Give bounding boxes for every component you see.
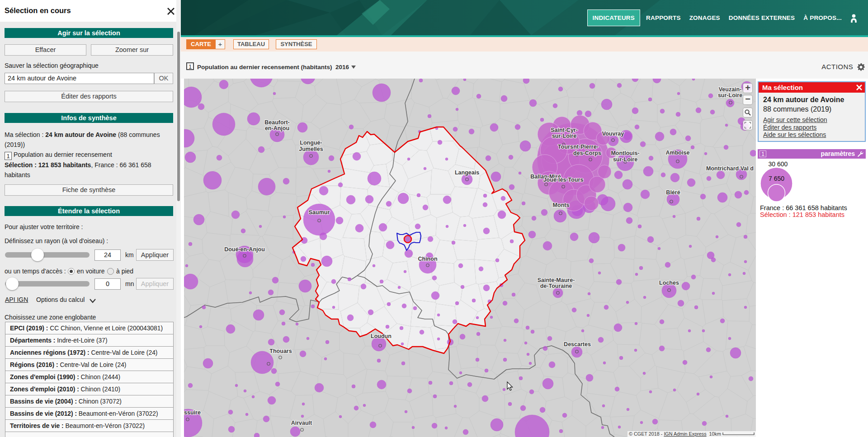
svg-text:sur-Loire: sur-Loire (613, 156, 637, 163)
svg-text:Jumelles: Jumelles (299, 146, 323, 152)
svg-text:Doué-en-Anjou: Doué-en-Anjou (224, 246, 265, 253)
svg-text:des-Corps: des-Corps (573, 150, 601, 156)
svg-text:Vouvray: Vouvray (602, 131, 624, 137)
svg-text:Langeais: Langeais (455, 169, 479, 176)
svg-text:Bléré: Bléré (666, 189, 680, 196)
svg-text:Montlouis-: Montlouis- (611, 150, 639, 156)
svg-text:Sainte-Maure-: Sainte-Maure- (538, 277, 575, 283)
svg-text:Airvault: Airvault (291, 420, 312, 426)
svg-text:Veuzain-: Veuzain- (719, 86, 742, 93)
svg-text:Joué-lès-Tours: Joué-lès-Tours (543, 177, 584, 183)
svg-text:de-Touraine: de-Touraine (540, 283, 572, 289)
svg-text:Beaufort-: Beaufort- (264, 119, 290, 126)
svg-text:sur-Loire: sur-Loire (552, 133, 576, 139)
svg-text:Bressuire: Bressuire (184, 409, 201, 416)
svg-text:Chinon: Chinon (418, 256, 437, 262)
svg-text:Thouars: Thouars (269, 348, 292, 354)
svg-text:Descartes: Descartes (564, 341, 591, 348)
svg-text:en-Anjou: en-Anjou (265, 125, 289, 132)
svg-text:Monts: Monts (553, 202, 570, 208)
svg-text:Loches: Loches (659, 280, 679, 286)
svg-text:nt-Pierre-: nt-Pierre- (573, 144, 599, 150)
svg-text:Longué-: Longué- (300, 140, 322, 146)
svg-text:Montrichard Val d: Montrichard Val d (706, 165, 754, 172)
svg-text:sur-Loire: sur-Loire (718, 92, 742, 99)
svg-text:Saint-Cyr-: Saint-Cyr- (551, 127, 578, 133)
svg-text:7 650: 7 650 (769, 175, 784, 182)
svg-text:Tours: Tours (558, 144, 573, 150)
svg-text:30 600: 30 600 (769, 160, 788, 168)
svg-text:Saumur: Saumur (309, 209, 330, 216)
svg-text:Amboise: Amboise (666, 150, 690, 156)
svg-text:Loudun: Loudun (371, 333, 392, 339)
